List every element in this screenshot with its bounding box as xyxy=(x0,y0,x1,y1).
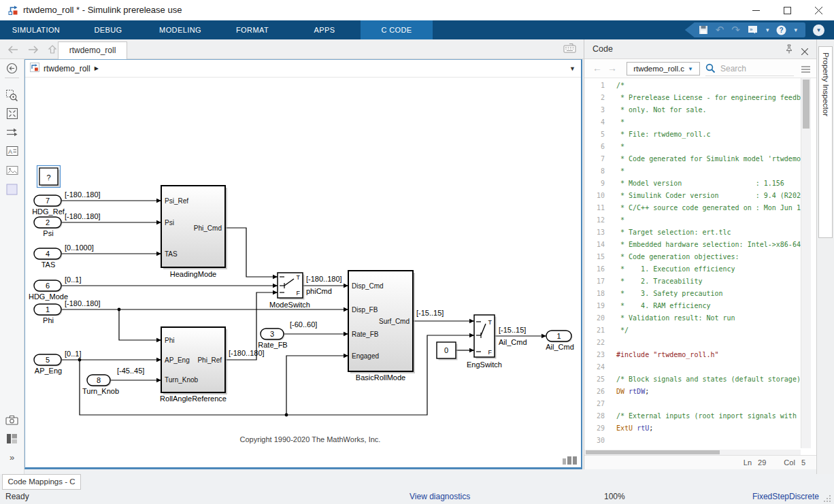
signal-wire[interactable] xyxy=(119,309,161,342)
block-HeadingMode[interactable]: Psi_RefPsiTASPhi_CmdHeadingMode xyxy=(161,186,227,278)
code-line[interactable]: 21 */ xyxy=(584,324,801,337)
code-back-icon[interactable]: ← xyxy=(593,63,602,73)
inport-AP_Eng[interactable]: 5AP_Eng[0..1] xyxy=(34,350,81,375)
code-line[interactable]: 22 xyxy=(584,337,801,349)
back-icon[interactable] xyxy=(5,44,20,56)
area-icon[interactable] xyxy=(3,180,21,198)
inport-TAS[interactable]: 4TAS[0..1000] xyxy=(34,243,94,269)
annotation-icon[interactable]: A xyxy=(3,142,21,160)
code-line[interactable]: 3 * only. Not for sale. xyxy=(584,104,801,116)
code-line[interactable]: 15 * Code generation objectives: xyxy=(584,251,801,263)
minimize-button[interactable] xyxy=(740,0,771,20)
code-line[interactable]: 11 * C/C++ source code generated on : Mo… xyxy=(584,202,801,214)
redo-icon[interactable]: ↷ xyxy=(731,22,740,37)
image-icon[interactable] xyxy=(3,161,21,179)
maximize-button[interactable] xyxy=(771,0,803,20)
keyboard-shortcuts-icon[interactable] xyxy=(563,44,576,56)
block-doc[interactable]: ? xyxy=(37,166,61,188)
block-constant[interactable]: 0 xyxy=(437,342,458,360)
code-line[interactable]: 26DW rtDW; xyxy=(584,386,801,398)
breadcrumb-caret-icon[interactable]: ▶ xyxy=(95,65,99,71)
inport-HDG_Mode[interactable]: 6HDG_Mode[0..1] xyxy=(29,275,82,301)
code-line[interactable]: 9 * Model version : 1.156 xyxy=(584,178,801,190)
signal-wire[interactable] xyxy=(225,228,278,279)
code-line[interactable]: 6 * xyxy=(584,141,801,153)
code-line[interactable]: 5 * File: rtwdemo_roll.c xyxy=(584,129,801,141)
code-line[interactable]: 12 * xyxy=(584,214,801,226)
block-BasicRollMode[interactable]: Disp_CmdDisp_FBRate_FBEngagedSurf_CmdBas… xyxy=(348,271,415,382)
outport-Ail_Cmd[interactable]: 1Ail_Cmd xyxy=(546,331,574,351)
help-dropdown-caret-icon[interactable]: ▾ xyxy=(794,22,797,37)
code-line[interactable]: 24 xyxy=(584,361,801,373)
close-button[interactable] xyxy=(803,0,834,20)
model-canvas[interactable]: Psi_RefPsiTASPhi_CmdHeadingModePhiAP_Eng… xyxy=(25,78,581,470)
inport-Psi[interactable]: 2Psi[-180..180] xyxy=(34,212,101,237)
code-horizontal-scrollbar[interactable] xyxy=(584,450,801,455)
export-icon[interactable]: » xyxy=(748,22,758,37)
minimize-toolstrip-icon[interactable]: ▼ xyxy=(813,24,824,36)
signal-wire[interactable] xyxy=(284,332,348,336)
block-EngSwitch[interactable]: TFEngSwitch xyxy=(467,315,502,369)
code-line[interactable]: 30 xyxy=(584,435,801,447)
screenshot-icon[interactable] xyxy=(3,411,21,429)
code-line[interactable]: 27 xyxy=(584,398,801,410)
signal-wire[interactable] xyxy=(110,378,161,382)
fit-to-view-icon[interactable] xyxy=(3,105,21,122)
forward-icon[interactable] xyxy=(26,44,41,56)
search-input[interactable] xyxy=(719,63,790,74)
code-line[interactable]: 14 * Embedded hardware selection: Intel-… xyxy=(584,239,801,251)
code-line[interactable]: 4 * xyxy=(584,116,801,129)
code-mappings-tab[interactable]: Code Mappings - C xyxy=(2,474,81,490)
breadcrumb-model[interactable]: rtwdemo_roll xyxy=(44,64,90,73)
code-line[interactable]: 17 * 2. Traceability xyxy=(584,275,801,288)
tab-modeling[interactable]: MODELING xyxy=(144,20,216,39)
signal-wire[interactable] xyxy=(61,358,161,362)
auto-route-icon[interactable] xyxy=(3,123,21,141)
code-line[interactable]: 13 * Target selection: ert.tlc xyxy=(584,226,801,239)
code-line[interactable]: 29ExtU rtU; xyxy=(584,422,801,435)
code-line[interactable]: 28/* External inputs (root inport signal… xyxy=(584,410,801,422)
inport-Rate_FB[interactable]: 3Rate_FB[-60..60] xyxy=(258,320,317,349)
block-ModeSwitch[interactable]: TFModeSwitch xyxy=(269,273,310,309)
document-tab[interactable]: rtwdemo_roll xyxy=(58,41,127,59)
viewmarks-icon[interactable] xyxy=(3,430,21,448)
code-line[interactable]: 7 * Code generated for Simulink model 'r… xyxy=(584,153,801,165)
block-RollAngleReference[interactable]: PhiAP_EngTurn_KnobPhi_RefRollAngleRefere… xyxy=(160,327,227,403)
code-vertical-scrollbar[interactable] xyxy=(801,78,811,448)
undo-icon[interactable]: ↶ xyxy=(716,22,724,37)
export-dropdown-caret-icon[interactable]: ▾ xyxy=(766,22,769,37)
scrollbar-thumb[interactable] xyxy=(803,80,810,129)
hide-explorer-bar-icon[interactable] xyxy=(3,59,21,77)
tab-debug[interactable]: DEBUG xyxy=(72,20,144,39)
signal-wire[interactable] xyxy=(61,284,278,288)
save-icon[interactable] xyxy=(699,22,708,37)
inport-Turn_Knob[interactable]: 8Turn_Knob[-45..45] xyxy=(82,367,144,395)
signal-wire[interactable] xyxy=(61,220,161,224)
status-solver[interactable]: FixedStepDiscrete xyxy=(752,492,819,501)
code-line[interactable]: 23#include "rtwdemo_roll.h" xyxy=(584,349,801,361)
code-line[interactable]: 25/* Block signals and states (default s… xyxy=(584,373,801,386)
code-line[interactable]: 10 * Simulink Coder version : 9.4 (R2021… xyxy=(584,190,801,202)
code-line[interactable]: 20 * Validation result: Not run xyxy=(584,312,801,324)
signal-wire[interactable] xyxy=(286,354,348,415)
tab-simulation[interactable]: SIMULATION xyxy=(0,20,72,39)
menu-icon[interactable] xyxy=(801,64,811,76)
canvas-resize-grip-icon[interactable] xyxy=(563,456,577,465)
code-forward-icon[interactable]: → xyxy=(607,63,617,73)
scrollbar-thumb[interactable] xyxy=(586,450,720,454)
code-line[interactable]: 1/* xyxy=(584,80,801,92)
inport-Phi[interactable]: 1Phi[-180..180] xyxy=(34,299,101,324)
signal-wire[interactable] xyxy=(413,319,474,323)
close-icon[interactable] xyxy=(801,46,808,58)
tab-format[interactable]: FORMAT xyxy=(216,20,288,39)
zoom-region-icon[interactable] xyxy=(3,86,21,104)
tab-c-code[interactable]: C CODE xyxy=(361,20,433,39)
signal-wire[interactable] xyxy=(456,348,474,352)
code-line[interactable]: 19 * 4. RAM efficiency xyxy=(584,300,801,312)
code-line[interactable]: 2 * Prerelease License - for engineering… xyxy=(584,92,801,104)
expand-icon[interactable]: » xyxy=(3,448,21,466)
model-diagram[interactable]: Psi_RefPsiTASPhi_CmdHeadingModePhiAP_Eng… xyxy=(25,78,581,467)
file-selector-dropdown[interactable]: rtwdemo_roll.c ▼ xyxy=(627,62,700,75)
pin-icon[interactable] xyxy=(785,44,793,56)
code-line[interactable]: 16 * 1. Execution efficiency xyxy=(584,263,801,275)
